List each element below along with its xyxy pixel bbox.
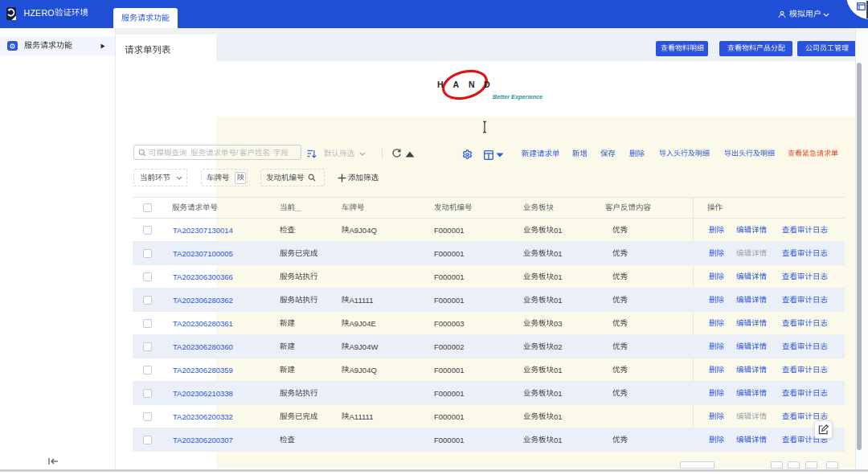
- svg-text:D: D: [484, 80, 490, 89]
- svg-text:H: H: [437, 80, 444, 89]
- svg-text:Better Experience: Better Experience: [493, 93, 542, 100]
- svg-text:A: A: [453, 80, 460, 89]
- svg-text:N: N: [469, 80, 475, 89]
